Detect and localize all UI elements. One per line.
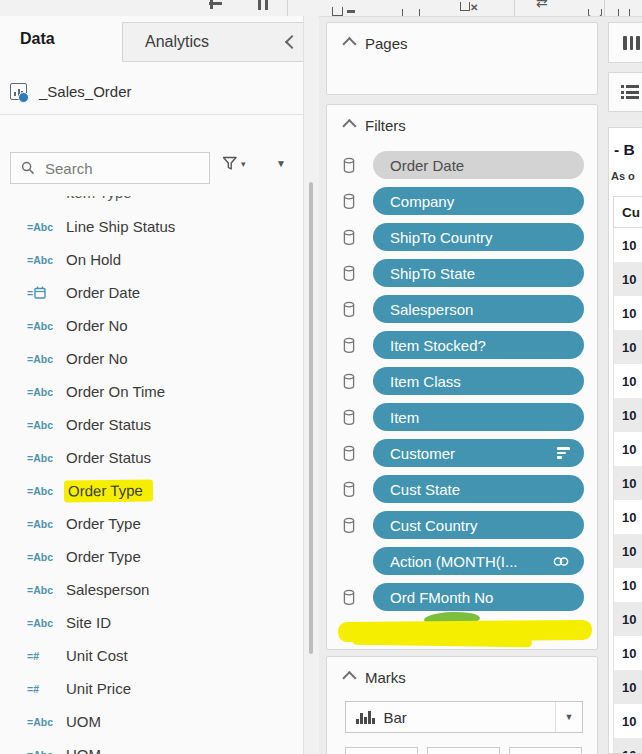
filter-pill[interactable]: Action (MONTH(I...	[373, 547, 584, 575]
field-row[interactable]: =Abc =# = Order On Time	[0, 375, 303, 408]
tab-data[interactable]: Data	[0, 16, 122, 62]
field-row[interactable]: =Abc =# = Order No	[0, 309, 303, 342]
pane-menu-button[interactable]: ▼	[276, 158, 286, 169]
filter-pill[interactable]: Item	[373, 403, 584, 431]
marks-color-button[interactable]	[345, 747, 418, 754]
marks-card: Marks Bar ▼	[326, 656, 598, 754]
field-row[interactable]: =Abc =# = Order Type	[0, 474, 303, 507]
field-row[interactable]: =Abc =# = Order No	[0, 342, 303, 375]
field-label: On Hold	[64, 251, 129, 268]
scrollbar-thumb[interactable]	[309, 182, 313, 654]
field-row[interactable]: =Abc =# = Item Type	[0, 196, 303, 210]
toolbar-icon-show-me[interactable]	[402, 3, 420, 17]
field-row[interactable]: =Abc =# = Order Date	[0, 276, 303, 309]
filter-pill-row: Customer	[327, 435, 597, 471]
filter-pill[interactable]: Item Class	[373, 367, 584, 395]
data-pane-scrollbar[interactable]	[303, 16, 319, 754]
field-row[interactable]: =Abc =# = Order Status	[0, 408, 303, 441]
number-icon: =#	[27, 683, 39, 695]
field-label: Order Status	[64, 449, 159, 466]
field-filter-button[interactable]: ▾	[222, 156, 246, 171]
filter-pill-row: ShipTo State	[327, 255, 597, 291]
filter-pill[interactable]: Order Date	[373, 151, 584, 179]
caret-down-icon: ▼	[565, 712, 574, 722]
chevron-up-icon[interactable]	[342, 670, 356, 684]
field-label: Order No	[64, 317, 136, 334]
table-row[interactable]: 10	[613, 262, 642, 296]
filter-pill[interactable]: Ord FMonth No	[373, 583, 584, 611]
toolbar-icon-new-datasource[interactable]	[205, 0, 230, 13]
filters-shelf-label: Filters	[365, 117, 406, 134]
tab-analytics[interactable]: Analytics	[122, 22, 303, 62]
datasource-row[interactable]: _Sales_Order	[0, 68, 303, 115]
field-row[interactable]: =Abc =# = Order Status	[0, 441, 303, 474]
table-row[interactable]: 10	[613, 704, 642, 738]
database-icon	[343, 445, 355, 462]
abc-icon: =Abc	[27, 551, 53, 563]
field-row[interactable]: =Abc =# = Unit Price	[0, 672, 303, 705]
toolbar-icon-fit[interactable]	[618, 3, 630, 17]
field-label: UOM	[64, 713, 109, 730]
chevron-left-icon	[285, 35, 299, 49]
rows-shelf[interactable]	[608, 72, 642, 112]
field-row[interactable]: =Abc =# = Order Type	[0, 540, 303, 573]
filter-pill-label: ShipTo Country	[390, 229, 493, 246]
field-label: Unit Cost	[64, 647, 136, 664]
table-row[interactable]: 10	[613, 432, 642, 466]
filter-pill-row: Item Class	[327, 363, 597, 399]
table-row[interactable]: 10	[613, 500, 642, 534]
table-row[interactable]: 10	[613, 228, 642, 262]
field-row[interactable]: =Abc =# = Order Type	[0, 507, 303, 540]
worksheet-view: - B As o Cu 1010101010101010101010101010…	[608, 127, 642, 754]
chevron-up-icon[interactable]	[342, 118, 356, 132]
table-row[interactable]: 10	[613, 534, 642, 568]
table-row[interactable]: 10	[613, 568, 642, 602]
chevron-up-icon[interactable]	[342, 36, 356, 50]
filter-pill[interactable]: ShipTo Country	[373, 223, 584, 251]
pane-tabs: Data Analytics	[0, 16, 303, 62]
table-row[interactable]: 10	[613, 330, 642, 364]
field-row[interactable]: =Abc =# = UOM	[0, 705, 303, 738]
filter-pill[interactable]: Salesperson	[373, 295, 584, 323]
toolbar-icon-new-worksheet[interactable]	[332, 2, 355, 17]
table-row[interactable]: 10	[613, 296, 642, 330]
marks-text-button[interactable]	[509, 747, 582, 754]
filter-pill[interactable]: Cust State	[373, 475, 584, 503]
field-row[interactable]: =Abc =# = Site ID	[0, 606, 303, 639]
search-box[interactable]	[10, 152, 210, 184]
filter-pill[interactable]: ShipTo State	[373, 259, 584, 287]
table-row[interactable]: 10	[613, 636, 642, 670]
filter-pill-label: Salesperson	[390, 301, 473, 318]
filter-pill[interactable]: Item Stocked?	[373, 331, 584, 359]
field-row[interactable]: =Abc =# = Line Ship Status	[0, 210, 303, 243]
toolbar-icon-pause-updates[interactable]	[258, 0, 268, 10]
table-row[interactable]: 10	[613, 602, 642, 636]
filter-pill[interactable]: Customer	[373, 439, 584, 467]
datasource-icon	[10, 83, 30, 100]
field-row[interactable]: =Abc =# = UOM	[0, 738, 303, 754]
field-row[interactable]: =Abc =# = Unit Cost	[0, 639, 303, 672]
dropdown-caret-button[interactable]: ▼	[555, 702, 582, 732]
columns-shelf[interactable]	[608, 22, 642, 63]
toolbar-icon-clear-sheet[interactable]: ✕	[460, 2, 478, 13]
field-row[interactable]: =Abc =# = Salesperson	[0, 573, 303, 606]
filter-pill[interactable]: Company	[373, 187, 584, 215]
database-icon	[343, 517, 355, 534]
filter-pill-row: ShipTo Country	[327, 219, 597, 255]
table-row[interactable]: 10	[613, 738, 642, 754]
toolbar-icon-swap-axes[interactable]: ⇄	[536, 0, 548, 10]
search-input[interactable]	[43, 159, 187, 178]
column-header-cell[interactable]: Cu	[613, 196, 642, 228]
database-icon	[343, 229, 355, 246]
table-row[interactable]: 10	[613, 466, 642, 500]
caret-down-icon: ▾	[241, 159, 246, 169]
collapse-pane-button[interactable]	[287, 23, 297, 61]
field-row[interactable]: =Abc =# = On Hold	[0, 243, 303, 276]
marks-size-button[interactable]	[427, 747, 500, 754]
filter-pill[interactable]: Cust Country	[373, 511, 584, 539]
mark-type-dropdown[interactable]: Bar ▼	[345, 701, 583, 733]
toolbar-icon-highlight[interactable]	[588, 3, 602, 17]
table-row[interactable]: 10	[613, 670, 642, 704]
table-row[interactable]: 10	[613, 398, 642, 432]
table-row[interactable]: 10	[613, 364, 642, 398]
